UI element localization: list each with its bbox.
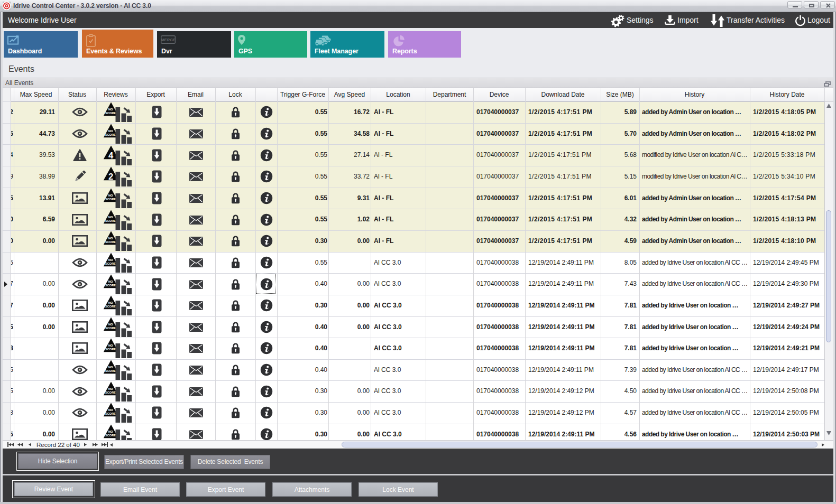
svg-text:MERGE: MERGE	[161, 38, 176, 42]
